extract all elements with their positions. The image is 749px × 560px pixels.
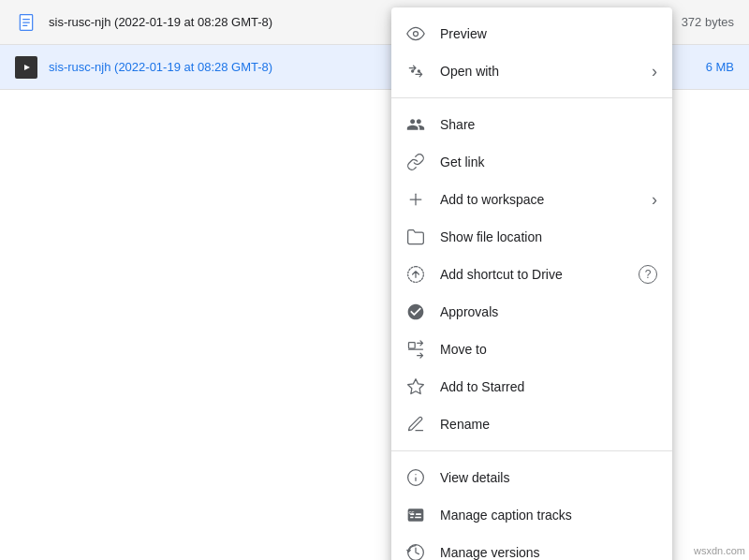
manage-versions-label: Manage versions: [440, 545, 657, 560]
help-icon: ?: [639, 265, 657, 284]
menu-item-share[interactable]: Share: [391, 106, 672, 143]
open-with-label: Open with: [440, 64, 652, 79]
svg-rect-18: [416, 513, 421, 515]
open-with-arrow: ›: [652, 62, 657, 81]
menu-item-move-to[interactable]: Move to: [391, 331, 672, 368]
menu-item-manage-versions[interactable]: Manage versions: [391, 534, 672, 560]
svg-rect-11: [409, 343, 416, 349]
menu-item-add-workspace[interactable]: Add to workspace ›: [391, 181, 672, 218]
svg-marker-12: [408, 379, 424, 394]
add-workspace-label: Add to workspace: [440, 192, 652, 207]
info-icon: [406, 468, 425, 487]
menu-item-get-link[interactable]: Get link: [391, 143, 672, 181]
menu-item-add-starred[interactable]: Add to Starred: [391, 368, 672, 405]
menu-item-preview[interactable]: Preview: [391, 15, 672, 52]
open-with-icon: [406, 62, 425, 81]
svg-rect-19: [410, 517, 413, 519]
menu-item-view-details[interactable]: View details: [391, 459, 672, 496]
divider-2: [391, 450, 672, 451]
approvals-icon: [406, 302, 425, 321]
svg-point-6: [414, 32, 419, 37]
view-details-label: View details: [440, 470, 657, 485]
menu-item-rename[interactable]: Rename: [391, 405, 672, 443]
menu-item-manage-captions[interactable]: CC Manage caption tracks: [391, 496, 672, 534]
versions-icon: [406, 543, 425, 560]
menu-item-show-location[interactable]: Show file location: [391, 218, 672, 256]
move-to-label: Move to: [440, 342, 657, 357]
rename-label: Rename: [440, 417, 657, 432]
show-location-label: Show file location: [440, 229, 657, 244]
folder-icon: [406, 228, 425, 246]
rename-icon: [406, 415, 425, 434]
add-shortcut-label: Add shortcut to Drive: [440, 267, 631, 282]
share-icon: [406, 115, 425, 134]
add-workspace-arrow: ›: [652, 190, 657, 210]
link-icon: [406, 153, 425, 171]
manage-captions-label: Manage caption tracks: [440, 508, 657, 523]
watermark: wsxdn.com: [694, 545, 745, 556]
shortcut-icon: [406, 265, 425, 284]
file-size: 372 bytes: [678, 15, 734, 29]
menu-item-approvals[interactable]: Approvals: [391, 293, 672, 331]
add-starred-label: Add to Starred: [440, 379, 657, 394]
approvals-label: Approvals: [440, 304, 657, 319]
star-icon: [406, 377, 425, 396]
divider-1: [391, 97, 672, 98]
video-icon: [15, 56, 37, 79]
menu-item-add-shortcut[interactable]: Add shortcut to Drive ?: [391, 256, 672, 293]
file-size-selected: 6 MB: [678, 60, 734, 74]
menu-item-open-with[interactable]: Open with ›: [391, 52, 672, 90]
context-menu: Preview Open with › Share Get link Add t…: [391, 7, 672, 560]
preview-label: Preview: [440, 26, 657, 41]
svg-text:CC: CC: [409, 510, 415, 515]
captions-icon: CC: [406, 506, 425, 524]
doc-icon: [15, 11, 37, 34]
move-icon: [406, 340, 425, 359]
get-link-label: Get link: [440, 155, 657, 169]
svg-rect-20: [415, 517, 421, 519]
plus-icon: [406, 190, 425, 209]
eye-icon: [406, 24, 425, 43]
share-label: Share: [440, 117, 657, 132]
